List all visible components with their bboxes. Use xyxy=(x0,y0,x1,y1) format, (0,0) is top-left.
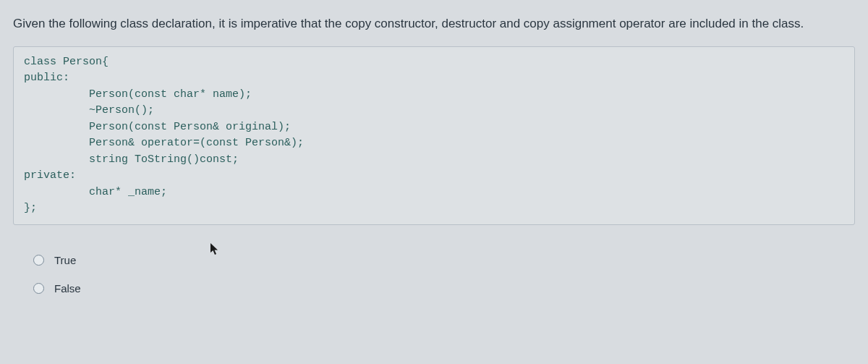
code-line: private: xyxy=(24,168,844,185)
code-line: char* _name; xyxy=(24,185,844,201)
option-label: True xyxy=(54,254,76,266)
code-line: ~Person(); xyxy=(24,103,844,119)
options-group: True False xyxy=(33,254,855,295)
code-block: class Person{ public: Person(const char*… xyxy=(13,46,855,225)
option-label: False xyxy=(54,282,81,295)
question-prompt: Given the following class declaration, i… xyxy=(13,14,855,33)
option-false[interactable]: False xyxy=(33,282,855,295)
code-line: Person(const char* name); xyxy=(24,87,844,103)
code-line: Person(const Person& original); xyxy=(24,119,844,136)
code-line: class Person{ xyxy=(24,54,844,71)
radio-true[interactable] xyxy=(33,255,44,266)
radio-false[interactable] xyxy=(33,283,44,294)
code-line: string ToString()const; xyxy=(24,152,844,169)
code-line: public: xyxy=(24,70,844,87)
option-true[interactable]: True xyxy=(33,254,855,266)
code-line: }; xyxy=(24,200,844,217)
code-line: Person& operator=(const Person&); xyxy=(24,135,844,152)
